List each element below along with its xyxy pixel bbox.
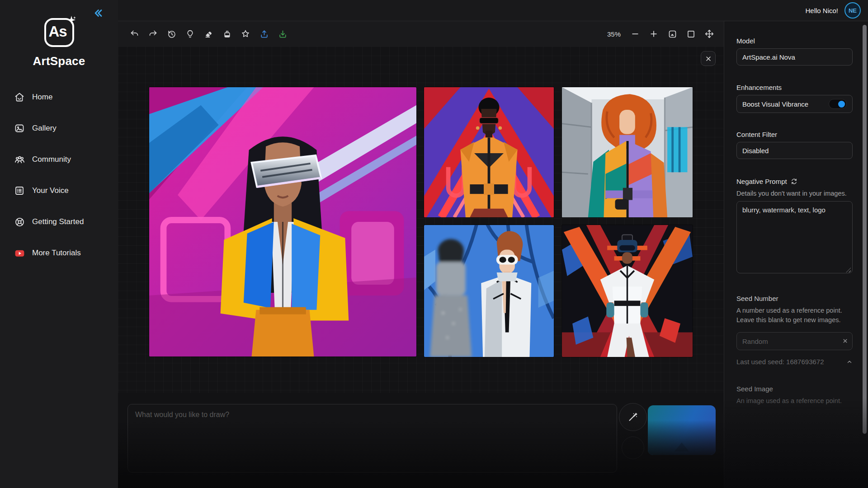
sidebar-item-more-tutorials[interactable]: More Tutorials: [0, 243, 118, 263]
toolbar-right-group: 35%: [607, 21, 717, 47]
canvas-toolbar: 35%: [118, 21, 724, 47]
sidebar-item-label: Your Voice: [32, 186, 69, 195]
canvas: [118, 47, 724, 393]
sparkle-icon: [66, 15, 76, 25]
top-bar: Hello Nico! NE: [118, 0, 868, 21]
negative-prompt-input[interactable]: blurry, watermark, text, logo: [736, 201, 853, 273]
enhancements-label: Enhancements: [736, 84, 852, 91]
last-used-seed-row[interactable]: Last used seed: 1687693672: [736, 358, 853, 366]
sidebar: As ArtSpace Home Gallery: [0, 0, 118, 488]
seed-image-label: Seed Image: [736, 385, 852, 393]
toolbar-left-group: [127, 21, 290, 47]
idea-icon[interactable]: [182, 26, 198, 42]
close-icon[interactable]: [701, 51, 716, 66]
negative-prompt-label-text: Negative Prompt: [736, 178, 787, 185]
seed-number-input[interactable]: [736, 332, 853, 350]
move-icon[interactable]: [702, 26, 717, 42]
star-icon[interactable]: [238, 26, 253, 42]
sidebar-item-community[interactable]: Community: [0, 150, 118, 169]
sidebar-item-label: Gallery: [32, 124, 57, 133]
model-select[interactable]: ArtSpace.ai Nova: [736, 48, 853, 66]
model-label: Model: [736, 37, 852, 45]
negative-prompt-description: Details you don't want in your images.: [736, 189, 849, 198]
zoom-out-icon[interactable]: [627, 26, 643, 42]
generated-image-5[interactable]: [562, 225, 693, 357]
getting-started-icon: [14, 216, 25, 228]
model-value: ArtSpace.ai Nova: [742, 53, 795, 61]
magic-wand-icon[interactable]: [619, 403, 647, 431]
zoom-level: 35%: [607, 30, 621, 38]
sidebar-item-label: Home: [32, 93, 52, 102]
paint-bucket-icon[interactable]: [219, 26, 235, 42]
settings-panel: Model ArtSpace.ai Nova Enhancements Boos…: [724, 21, 868, 488]
chevron-up-icon: [846, 359, 853, 365]
image-frame-icon[interactable]: [665, 26, 680, 42]
app-logo-monogram: As: [46, 23, 70, 40]
sidebar-item-label: Community: [32, 155, 71, 164]
secondary-action-button[interactable]: [622, 436, 644, 459]
content-filter-select[interactable]: Disabled: [736, 142, 853, 159]
sidebar-item-getting-started[interactable]: Getting Started: [0, 212, 118, 232]
generated-image-3[interactable]: [562, 87, 693, 217]
upload-icon[interactable]: [256, 26, 272, 42]
avatar-initials: NE: [849, 7, 857, 14]
app-root: As ArtSpace Home Gallery: [0, 0, 868, 488]
greeting-text: Hello Nico!: [805, 7, 838, 14]
prompt-input[interactable]: [127, 404, 617, 473]
sidebar-item-label: More Tutorials: [32, 249, 81, 258]
generated-image-4[interactable]: [424, 225, 554, 357]
generated-image-2[interactable]: [424, 87, 554, 217]
panel-scrollbar[interactable]: [863, 25, 867, 434]
avatar[interactable]: NE: [844, 2, 861, 19]
app-logo: As ArtSpace: [0, 18, 118, 68]
sidebar-item-your-voice[interactable]: Your Voice: [0, 181, 118, 201]
youtube-icon: [14, 247, 25, 259]
redo-icon[interactable]: [145, 26, 160, 42]
toggle-knob: [838, 101, 845, 108]
zoom-in-icon[interactable]: [646, 26, 661, 42]
vibrance-label: Boost Visual Vibrance: [742, 100, 808, 108]
gallery-icon: [14, 122, 25, 134]
history-icon[interactable]: [164, 26, 179, 42]
eraser-icon[interactable]: [201, 26, 216, 42]
refresh-icon[interactable]: [791, 178, 797, 185]
seed-image-thumbnail[interactable]: [648, 405, 716, 455]
negative-prompt-label: Negative Prompt: [736, 178, 852, 185]
home-icon: [14, 91, 25, 103]
vibrance-row: Boost Visual Vibrance: [736, 95, 853, 113]
seed-number-description: A number used as a reference point. Leav…: [736, 306, 850, 325]
app-logo-mark: As: [44, 18, 74, 47]
sidebar-item-gallery[interactable]: Gallery: [0, 118, 118, 138]
sidebar-item-label: Getting Started: [32, 217, 84, 226]
download-icon[interactable]: [275, 26, 290, 42]
generated-image-1[interactable]: [149, 87, 416, 357]
content-filter-value: Disabled: [742, 147, 769, 155]
undo-icon[interactable]: [127, 26, 142, 42]
community-icon: [14, 154, 25, 165]
seed-image-description: An image used as a reference point.: [736, 396, 853, 406]
clear-icon[interactable]: [842, 338, 848, 344]
square-select-icon[interactable]: [683, 26, 698, 42]
content-filter-label: Content Filter: [736, 131, 852, 138]
app-name: ArtSpace: [0, 54, 118, 68]
seed-number-label: Seed Number: [736, 295, 852, 302]
vibrance-toggle[interactable]: [829, 99, 847, 109]
your-voice-icon: [14, 185, 25, 197]
sidebar-nav: Home Gallery Community Your Voice: [0, 87, 118, 274]
last-used-seed-text: Last used seed: 1687693672: [736, 358, 824, 366]
sidebar-item-home[interactable]: Home: [0, 87, 118, 107]
prompt-bar: [118, 393, 724, 488]
